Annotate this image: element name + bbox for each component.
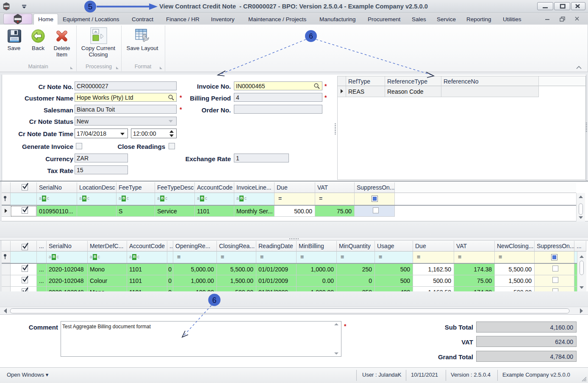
svg-text:5: 5 xyxy=(88,2,93,11)
svg-text:6: 6 xyxy=(309,32,313,40)
svg-text:6: 6 xyxy=(212,296,216,305)
